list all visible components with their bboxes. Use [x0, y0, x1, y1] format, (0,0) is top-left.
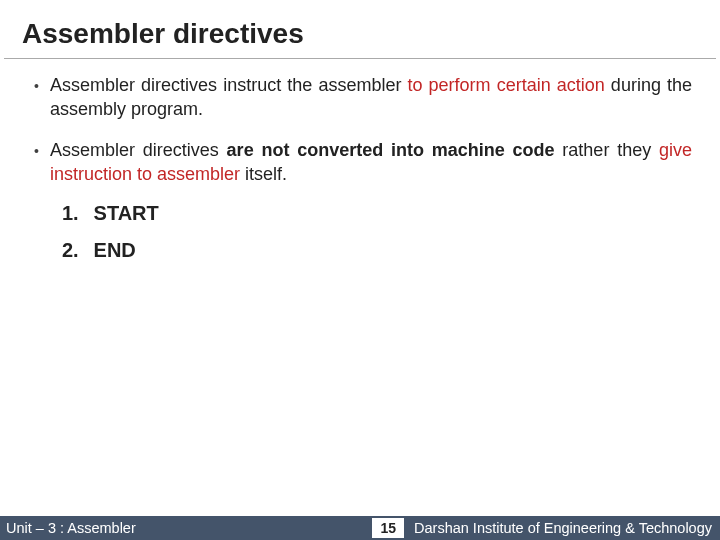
numbered-text: START [94, 202, 159, 224]
number-label: 1. [62, 202, 88, 225]
text-segment: rather they [555, 140, 659, 160]
bullet-dot-icon [28, 73, 50, 122]
text-red: to perform certain action [407, 75, 604, 95]
text-segment: Assembler directives [50, 140, 227, 160]
numbered-item: 2. END [62, 239, 692, 262]
bullet-item: Assembler directives are not converted i… [28, 138, 692, 187]
bullet-item: Assembler directives instruct the assemb… [28, 73, 692, 122]
footer-page-number: 15 [372, 518, 404, 538]
footer-unit: Unit – 3 : Assembler [6, 520, 136, 536]
number-label: 2. [62, 239, 88, 262]
bullet-dot-icon [28, 138, 50, 187]
numbered-item: 1. START [62, 202, 692, 225]
slide-title: Assembler directives [4, 0, 716, 59]
numbered-text: END [94, 239, 136, 261]
text-segment: Assembler directives instruct the assemb… [50, 75, 407, 95]
slide-footer: Unit – 3 : Assembler 15 Darshan Institut… [0, 516, 720, 540]
text-bold: are not converted into machine code [227, 140, 555, 160]
numbered-list: 1. START 2. END [28, 202, 692, 262]
footer-institute: Darshan Institute of Engineering & Techn… [414, 520, 714, 536]
text-segment: itself. [240, 164, 287, 184]
slide-content: Assembler directives instruct the assemb… [0, 73, 720, 262]
